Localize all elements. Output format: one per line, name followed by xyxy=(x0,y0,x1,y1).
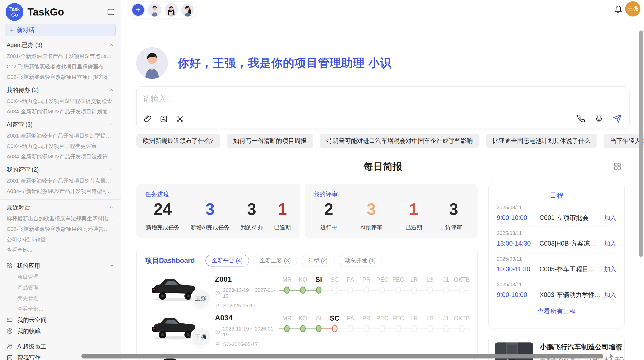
sidebar-section: 最近对话 解释最新出台的欧盟报废车法规再生塑料比例被调至15%...C02-飞腾… xyxy=(0,202,121,255)
milestone-label: LS xyxy=(422,313,438,323)
chevron-up-icon[interactable] xyxy=(109,263,115,268)
conversation-item[interactable]: Z001-全新燃油轻卡产品开发项目SI造型提交物评审 xyxy=(0,130,121,141)
dashboard-tab[interactable]: 年型 (2) xyxy=(302,255,334,266)
chevron-up-icon[interactable] xyxy=(109,167,114,172)
stat-label: 待评审 xyxy=(445,224,462,231)
dashboard-tab[interactable]: 全新平台 (4) xyxy=(206,255,249,266)
recent-conversation-item[interactable]: 查看全部... xyxy=(0,245,121,255)
microphone-icon[interactable] xyxy=(594,114,604,123)
join-meeting-link[interactable]: 加入 xyxy=(604,265,616,273)
new-chat-button[interactable]: + 新对话 xyxy=(5,24,116,36)
project-row[interactable]: 王强 Z001 2023-12-19 ~ 2027-01-19 SI-2025-… xyxy=(137,268,477,307)
voice-call-icon[interactable] xyxy=(576,114,586,123)
milestone-dot xyxy=(379,325,385,332)
dashboard-tab[interactable]: 全新上装 (3) xyxy=(254,255,297,266)
cloud-space-label: 我的云空间 xyxy=(17,316,47,324)
conversation-item[interactable]: C02-飞腾新能源轻客改款项目立项汇报方案 xyxy=(0,72,121,82)
section-header[interactable]: 最近对话 xyxy=(0,202,121,213)
clock-icon xyxy=(215,329,220,335)
join-meeting-link[interactable]: 加入 xyxy=(604,239,616,248)
stat: 2进行中 xyxy=(320,200,337,231)
favorites-label: 我的收藏 xyxy=(17,327,41,335)
conversation-item[interactable]: A034-全新新能源MUV产品开发项目法规符合性评审 xyxy=(0,151,121,162)
milestone-label: SC xyxy=(327,313,342,323)
conversation-item[interactable]: C02-飞腾新能源轻客改款项目里程碑画布 xyxy=(0,61,121,72)
suggestion-chip[interactable]: 欧洲新规最近颁布了什么? xyxy=(136,134,220,148)
my-app-item[interactable]: 产品管理 xyxy=(0,282,121,293)
chevron-up-icon[interactable] xyxy=(109,205,114,210)
section-header[interactable]: AI评审 (3) xyxy=(0,119,121,130)
chevron-up-icon[interactable] xyxy=(109,87,114,93)
notifications-bell-icon[interactable] xyxy=(613,4,624,14)
view-all-schedule-link[interactable]: 查看所有日程 xyxy=(496,307,617,316)
recent-conversation-item[interactable]: 解释最新出台的欧盟报废车法规再生塑料比例被调至15%... xyxy=(0,213,121,224)
project-owner-badge: 王强 xyxy=(191,288,211,309)
section-header[interactable]: 我的待办 (2) xyxy=(0,84,121,96)
sidebar-section: AI评审 (3) Z001-全新燃油轻卡产品开发项目SI造型提交物评审C0X4-… xyxy=(0,119,121,162)
conversation-item[interactable]: C0X4-动力总成开发项目工程变更评审 xyxy=(0,141,121,151)
milestone-dot xyxy=(348,287,353,294)
scroll-right-arrow-icon[interactable] xyxy=(610,354,613,358)
sidebar-item-ai-super-staff[interactable]: AI超级员工 xyxy=(0,341,121,352)
insert-image-icon[interactable] xyxy=(159,114,169,124)
agent-avatar-3[interactable] xyxy=(181,3,194,17)
chat-input[interactable] xyxy=(143,93,550,104)
user-avatar[interactable]: 王强 xyxy=(625,1,640,17)
suggestion-chip[interactable]: 如何写一份清晰的项目周报 xyxy=(227,134,313,148)
conversation-item[interactable]: Z001-全新燃油皮卡产品开发项目SI节点Lesson Learn报告 xyxy=(0,51,121,61)
my-app-item[interactable]: 查看全部... xyxy=(0,304,121,314)
vertical-scrollbar[interactable] xyxy=(639,31,643,257)
recent-conversation-item[interactable]: 公司Q3轻卡销量 xyxy=(0,234,121,245)
dashboard-tab[interactable]: 动总开发 (1) xyxy=(339,255,382,266)
milestone-label: LS xyxy=(422,275,438,285)
section-header[interactable]: Agent已办 (3) xyxy=(0,39,121,51)
my-app-item[interactable]: 项目管理 xyxy=(0,272,121,282)
logo-text-bottom: Go xyxy=(11,12,18,18)
suggestion-chip[interactable]: 特朗普可能对进口汽车增税会对中国车企造成哪些影响 xyxy=(320,134,479,148)
schedule-date: 2025/03/11 xyxy=(497,230,616,236)
section-title: Agent已办 (3) xyxy=(7,41,42,49)
milestone-label: PR xyxy=(358,313,374,323)
attach-file-icon[interactable] xyxy=(143,114,152,124)
sidebar-sections: Agent已办 (3) Z001-全新燃油皮卡产品开发项目SI节点Lesson … xyxy=(0,39,121,196)
stat-value: 1 xyxy=(405,200,422,218)
collapse-sidebar-icon[interactable] xyxy=(107,8,115,16)
screenshot-scissors-icon[interactable] xyxy=(175,114,185,124)
cloud-space-icon xyxy=(6,317,13,323)
agent-avatar-1[interactable] xyxy=(148,3,161,17)
stat-label: 新增AI完成任务 xyxy=(191,224,229,231)
suggestion-chips: 欧洲新规最近颁布了什么?如何写一份清晰的项目周报特朗普可能对进口汽车增税会对中国… xyxy=(136,134,630,148)
milestone-label: J1 xyxy=(438,275,454,285)
my-app-item[interactable]: 变更管理 xyxy=(0,293,121,304)
scroll-down-arrow-icon[interactable] xyxy=(616,347,621,351)
add-agent-button[interactable]: + xyxy=(131,3,145,17)
section-title: AI评审 (3) xyxy=(7,121,33,129)
section-header[interactable]: 我的评审 (2) xyxy=(0,164,121,175)
agent-avatar-2[interactable] xyxy=(165,3,178,17)
send-icon[interactable] xyxy=(612,114,622,123)
milestone: LS xyxy=(422,275,438,296)
project-row[interactable]: 王强 A034 2023-12-19 ~ 2026-01-19 SC-2025-… xyxy=(137,307,477,345)
chevron-up-icon[interactable] xyxy=(109,42,114,48)
conversation-item[interactable]: C0X4-动力总成开发项目SI里程碑提交物检查 xyxy=(0,96,121,106)
milestone-label: OKTB xyxy=(454,313,470,323)
conversation-item[interactable]: A034-全新新能源MUV产品开发项目计划变更表编写 xyxy=(0,106,121,117)
suggestion-chip[interactable]: 当下年轻人对汽车外观有怎样的喜好趋势 xyxy=(604,134,644,148)
ai-super-staff-label: AI超级员工 xyxy=(17,343,46,351)
conversation-item[interactable]: A034-全新新能源MUV产品开发项目造型可行性评审 xyxy=(0,186,121,196)
suggestion-chip[interactable]: 比亚迪全固态电池计划具体说了什么 xyxy=(486,134,597,148)
join-meeting-link[interactable]: 加入 xyxy=(604,291,616,299)
sidebar-item-my-apps[interactable]: 我的应用 xyxy=(0,260,121,272)
horizontal-scrollbar[interactable] xyxy=(81,354,603,358)
sidebar-item-cloud-space[interactable]: 我的云空间 xyxy=(0,314,121,325)
milestone: PA xyxy=(343,313,358,335)
chevron-up-icon[interactable] xyxy=(109,122,114,127)
milestone: PR xyxy=(358,313,374,335)
layout-grid-icon[interactable] xyxy=(613,162,623,172)
recent-conversation-item[interactable]: C02-飞腾新能源轻客改款项目的闭环通告反馈情况 xyxy=(0,224,121,234)
stat-value: 3 xyxy=(360,200,382,218)
conversation-item[interactable]: Z001-全新燃油轻卡产品开发项目SI节点属性5D文件评审 xyxy=(0,175,121,186)
join-meeting-link[interactable]: 加入 xyxy=(604,214,616,222)
milestone-label: PEC xyxy=(374,313,390,323)
sidebar-item-favorites[interactable]: 我的收藏 xyxy=(0,325,121,337)
